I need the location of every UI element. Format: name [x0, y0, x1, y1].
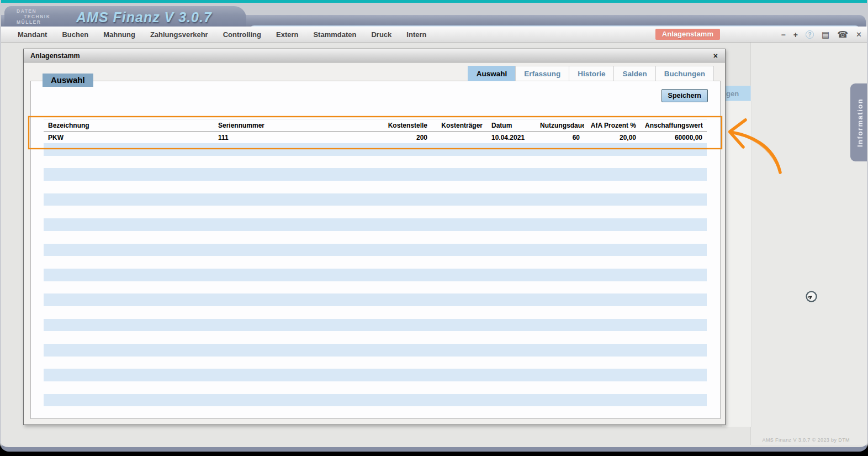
cell-nutzungsdauer: 60	[536, 134, 584, 141]
background-window-partial-tab[interactable]: gen	[722, 86, 751, 101]
window-controls: − + ? ▤ ☎ ✕	[781, 27, 862, 43]
cell-anschaffungswert: 60000,00	[641, 134, 707, 141]
menu-bar: MandantBuchenMahnungZahlungsverkehrContr…	[1, 27, 868, 43]
company-logo: DATEN TECHNIK MÜLLER	[17, 8, 50, 25]
dialog-titlebar[interactable]: Anlagenstamm ×	[24, 49, 725, 62]
section-label-auswahl: Auswahl	[43, 74, 93, 87]
header-band: Mandant: 61 Jahr: 2022 User: 10 DATEN TE…	[1, 3, 868, 27]
dialog-tabs: AuswahlErfassungHistorieSaldenBuchungen	[468, 66, 714, 81]
empty-table-row	[44, 206, 707, 218]
menu-item-druck[interactable]: Druck	[371, 30, 391, 39]
column-header-bezeichnung[interactable]: Bezeichnung	[44, 122, 214, 129]
close-app-icon[interactable]: ✕	[856, 30, 862, 39]
menu-item-zahlungsverkehr[interactable]: Zahlungsverkehr	[150, 30, 208, 39]
dialog-title: Anlagenstamm	[30, 52, 80, 60]
empty-table-row	[44, 369, 707, 381]
column-header-nutzungsdauer[interactable]: Nutzungsdauer	[536, 122, 584, 129]
empty-table-row	[44, 218, 707, 231]
information-side-tab-label: Information	[856, 98, 864, 147]
empty-table-row	[44, 181, 707, 193]
notes-icon[interactable]: ▤	[822, 30, 829, 40]
logo-line-3: MÜLLER	[17, 19, 50, 25]
empty-table-row	[44, 394, 707, 407]
assets-table: BezeichnungSeriennummerKostenstelleKoste…	[44, 119, 707, 406]
tab-buchungen[interactable]: Buchungen	[655, 66, 714, 81]
header-brand-tab: DATEN TECHNIK MÜLLER AMS Finanz V 3.0.7	[4, 6, 246, 29]
phone-icon[interactable]: ☎	[837, 29, 848, 40]
cell-bezeichnung: PKW	[44, 134, 214, 141]
empty-table-row	[44, 319, 707, 332]
menu-item-extern[interactable]: Extern	[276, 30, 298, 39]
empty-table-row	[44, 193, 707, 206]
cell-datum: 10.04.2021	[487, 134, 536, 141]
table-header-row: BezeichnungSeriennummerKostenstelleKoste…	[44, 119, 707, 132]
menu-items: MandantBuchenMahnungZahlungsverkehrContr…	[18, 27, 426, 43]
column-header-seriennummer[interactable]: Seriennummer	[214, 122, 383, 129]
logo-line-1: DATEN	[17, 8, 50, 14]
tab-auswahl[interactable]: Auswahl	[468, 66, 516, 81]
logo-line-2: TECHNIK	[24, 14, 50, 19]
menu-item-stammdaten[interactable]: Stammdaten	[313, 30, 356, 39]
empty-table-row	[44, 281, 707, 294]
menu-item-controlling[interactable]: Controlling	[223, 30, 261, 39]
table-row[interactable]: PKW11120010.04.20216020,0060000,00	[44, 132, 707, 143]
empty-table-row	[44, 344, 707, 357]
tab-salden[interactable]: Salden	[613, 66, 655, 81]
cell-afa-prozent-: 20,00	[584, 134, 641, 141]
empty-table-row	[44, 381, 707, 394]
empty-table-row	[44, 306, 707, 319]
empty-table-row	[44, 168, 707, 181]
empty-table-row	[44, 256, 707, 269]
column-header-afa-prozent-[interactable]: AfA Prozent %	[584, 122, 641, 129]
clock-icon	[805, 290, 818, 305]
tab-historie[interactable]: Historie	[569, 66, 614, 81]
menu-item-mahnung[interactable]: Mahnung	[103, 30, 135, 39]
cell-kostenstelle: 200	[383, 134, 432, 141]
maximize-icon[interactable]: +	[793, 31, 798, 39]
menu-item-buchen[interactable]: Buchen	[62, 30, 88, 39]
empty-table-row	[44, 244, 707, 256]
dialog-close-icon[interactable]: ×	[713, 51, 718, 60]
empty-table-row	[44, 231, 707, 244]
background-window-edge	[722, 101, 752, 427]
cell-seriennummer: 111	[214, 134, 383, 141]
menu-item-mandant[interactable]: Mandant	[18, 30, 47, 39]
app-title: AMS Finanz V 3.0.7	[76, 9, 212, 25]
empty-table-row	[44, 293, 707, 306]
dialog-content: Speichern BezeichnungSeriennummerKostens…	[30, 81, 721, 419]
empty-table-row	[44, 156, 707, 169]
menu-item-intern[interactable]: Intern	[406, 30, 426, 39]
footer-version-note: AMS Finanz V 3.0.7 © 2023 by DTM	[763, 437, 850, 443]
empty-table-row	[44, 331, 707, 344]
column-header-datum[interactable]: Datum	[487, 122, 536, 129]
column-header-kostentr-ger[interactable]: Kostenträger	[432, 122, 487, 129]
save-button[interactable]: Speichern	[661, 89, 708, 102]
empty-table-row	[44, 357, 707, 369]
information-side-tab[interactable]: Information	[850, 83, 868, 161]
minimize-icon[interactable]: −	[781, 31, 786, 39]
empty-table-row	[44, 143, 707, 156]
application-frame: Mandant: 61 Jahr: 2022 User: 10 DATEN TE…	[0, 0, 868, 452]
help-icon[interactable]: ?	[806, 30, 814, 39]
tab-erfassung[interactable]: Erfassung	[515, 66, 569, 81]
active-module-badge[interactable]: Anlagenstamm	[655, 29, 720, 40]
anlagenstamm-dialog: Anlagenstamm × AuswahlErfassungHistorieS…	[23, 49, 726, 425]
column-header-anschaffungswert[interactable]: Anschaffungswert	[641, 122, 707, 129]
empty-table-row	[44, 269, 707, 281]
column-header-kostenstelle[interactable]: Kostenstelle	[383, 122, 432, 129]
